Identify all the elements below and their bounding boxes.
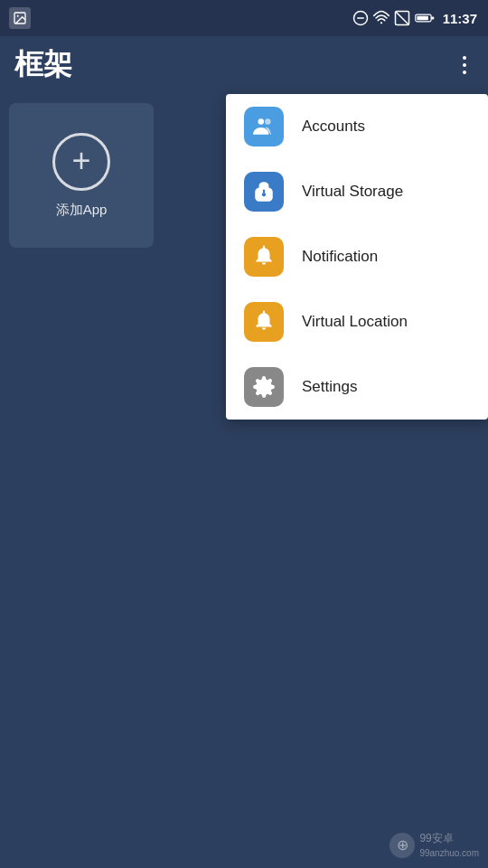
menu-item-virtual-location[interactable]: Virtual Location [226,289,488,354]
virtual-storage-label: Virtual Storage [302,183,403,201]
main-content: + 添加App Accounts [0,94,488,868]
svg-point-1 [17,15,19,17]
virtual-storage-icon [252,180,276,203]
menu-item-virtual-storage[interactable]: Virtual Storage [226,159,488,224]
watermark: ⊕ 99安卓99anzhuo.com [389,831,479,859]
signal-icon [394,10,410,26]
wifi-icon [373,10,389,26]
add-icon: + [71,145,90,177]
accounts-icon-wrap [244,107,284,146]
gallery-icon [9,7,31,29]
menu-item-accounts[interactable]: Accounts [226,94,488,159]
notification-icon [252,245,276,269]
dropdown-menu: Accounts Virtual Storage N [226,94,488,420]
watermark-icon: ⊕ [389,833,415,858]
watermark-text: 99安卓99anzhuo.com [419,831,479,859]
add-app-circle: + [52,133,110,191]
app-title: 框架 [14,45,72,85]
virtual-location-icon-wrap [244,302,284,342]
svg-point-10 [258,118,265,125]
status-bar: 11:37 [0,0,488,36]
add-app-label: 添加App [56,202,108,219]
accounts-icon [252,115,276,138]
status-time: 11:37 [443,11,477,26]
add-app-tile[interactable]: + 添加App [9,103,154,248]
svg-point-11 [265,118,271,125]
notification-label: Notification [302,248,378,266]
watermark-url: 99anzhuo.com [419,848,479,858]
accounts-label: Accounts [302,118,365,136]
virtual-location-icon [252,310,276,334]
svg-line-6 [395,12,408,25]
dnd-icon [352,10,369,26]
settings-label: Settings [302,378,357,396]
settings-icon-wrap [244,367,284,407]
svg-rect-9 [431,16,434,19]
virtual-location-label: Virtual Location [302,313,408,331]
app-bar: 框架 [0,36,488,94]
notification-icon-wrap [244,237,284,277]
menu-item-settings[interactable]: Settings [226,354,488,420]
settings-icon [252,375,276,399]
svg-point-4 [380,22,382,24]
svg-point-12 [262,193,266,196]
virtual-storage-icon-wrap [244,172,284,212]
svg-rect-8 [417,16,428,21]
status-icons: 11:37 [352,10,477,26]
menu-item-notification[interactable]: Notification [226,224,488,289]
more-options-button[interactable] [455,49,474,81]
battery-icon [415,12,435,24]
